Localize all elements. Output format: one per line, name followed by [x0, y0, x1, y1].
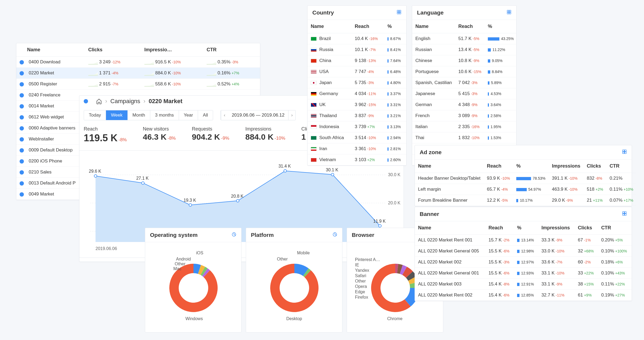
- donut-label: Other: [277, 257, 288, 261]
- table-row[interactable]: 0400 Download 3 249-12% 916.5 K-10% 0.35…: [16, 57, 260, 68]
- flag-icon: [311, 147, 317, 151]
- donut-label: IE: [355, 263, 359, 267]
- table-row[interactable]: Portuguese 10.6 K-15% 8.84%: [412, 66, 517, 77]
- data-point[interactable]: [189, 204, 192, 206]
- status-dot: [84, 99, 88, 103]
- flag-icon: [311, 136, 317, 140]
- svg-rect-10: [509, 10, 511, 12]
- donut-label: Desktop: [286, 316, 302, 321]
- table-row[interactable]: China 9 138-13% 7.64%: [308, 55, 406, 66]
- status-dot: [20, 159, 24, 164]
- data-point[interactable]: [284, 169, 287, 172]
- table-row[interactable]: Germany 4 034-11% 3.37%: [308, 88, 406, 99]
- table-row[interactable]: Forum Breakline Banner 12.2 K-5% 10.17% …: [415, 195, 636, 206]
- data-label: 27.1 K: [136, 176, 149, 180]
- table-row[interactable]: UK 3 962-15% 3.31%: [308, 99, 406, 110]
- pie-icon[interactable]: [332, 232, 337, 238]
- flag-icon: [311, 48, 317, 52]
- data-label: 30.1 K: [326, 168, 338, 172]
- table-row[interactable]: ALL 0220 Market Rent 002 15.4 K-6% 12.85…: [415, 290, 632, 301]
- col: %: [513, 160, 548, 173]
- language-panel: Language Name Reach % English 51.7 K-5% …: [412, 5, 517, 166]
- table-row[interactable]: Russia 10.1 K-7% 8.41%: [308, 44, 406, 55]
- chevron-icon: ›: [144, 98, 145, 105]
- data-point[interactable]: [142, 182, 144, 184]
- svg-rect-14: [625, 150, 626, 151]
- col: Reach: [455, 20, 485, 33]
- next-range-button[interactable]: ›: [288, 110, 295, 120]
- table-row[interactable]: Left margin 65.7 K-4% 54.97% 463.9 K-10%…: [415, 184, 636, 195]
- table-row[interactable]: 0500 Register 2 915-7% 558.6 K-10% 0.52%…: [16, 79, 260, 90]
- pie-icon[interactable]: [232, 232, 236, 238]
- table-row[interactable]: ALL 0220 Market Rent 001 15.7 K-2% 13.14…: [415, 235, 632, 246]
- grid-icon[interactable]: [622, 211, 627, 217]
- data-point[interactable]: [236, 200, 239, 202]
- table-row[interactable]: Spanish, Castilian 7 042-3% 5.89%: [412, 77, 517, 88]
- data-label: 31.4 K: [279, 164, 291, 168]
- table-row[interactable]: Italian 2 335-16% 1.95%: [412, 121, 517, 132]
- table-row[interactable]: Thai 1 832-10% 1.53%: [412, 132, 517, 143]
- table-row[interactable]: Brazil 10.4 K-16% 8.67%: [308, 33, 406, 44]
- data-point[interactable]: [94, 175, 97, 177]
- svg-rect-6: [399, 10, 401, 12]
- panel-title: Platform: [251, 232, 274, 238]
- table-row[interactable]: ALL 0220 Market 002 15.5 K-3% 12.97% 33.…: [415, 257, 632, 268]
- tab-all[interactable]: All: [198, 110, 213, 120]
- status-dot: [20, 60, 24, 64]
- donut-slice[interactable]: [169, 264, 218, 312]
- table-row[interactable]: Japanese 5 415-3% 4.53%: [412, 88, 517, 99]
- donut-label: Pinterest A…: [355, 257, 380, 262]
- data-point[interactable]: [379, 225, 381, 227]
- table-row[interactable]: French 3 089-9% 2.58%: [412, 110, 517, 121]
- grid-icon[interactable]: [622, 149, 627, 155]
- tab-month[interactable]: Month: [128, 110, 150, 120]
- table-row[interactable]: Chinese 10.8 K-9% 9.05%: [412, 55, 517, 66]
- table-row[interactable]: Indonesia 3 739+7% 3.13%: [308, 121, 406, 132]
- table-row[interactable]: Vietnam 3 103+2% 2.60%: [308, 154, 406, 165]
- status-dot: [20, 137, 24, 142]
- donut-label: Windows: [185, 316, 203, 321]
- donut-label: Mac: [173, 266, 181, 271]
- col-clicks: Clicks: [85, 43, 141, 57]
- table-row[interactable]: Thailand 3 837-9% 3.21%: [308, 110, 406, 121]
- tab-today[interactable]: Today: [84, 110, 106, 120]
- table-row[interactable]: USA 7 747-4% 6.48%: [308, 66, 406, 77]
- table-row[interactable]: Header Banner Desktop/Tablet 93.9 K-10% …: [415, 173, 636, 184]
- panel-title: Operating system: [150, 232, 197, 238]
- donut-label: Mobile: [297, 251, 310, 255]
- donut-label: Other: [355, 279, 366, 283]
- grid-icon[interactable]: [397, 9, 401, 16]
- donut-label: Yandex: [355, 268, 369, 273]
- panel-title: Banner: [420, 211, 439, 217]
- data-label: 11.9 K: [373, 219, 386, 223]
- table-row[interactable]: ALL 0220 Market General 001 15.5 K-6% 12…: [415, 268, 632, 279]
- table-row[interactable]: ALL 0220 Market 003 15.4 K-8% 12.91% 33.…: [415, 279, 632, 290]
- svg-rect-13: [623, 150, 624, 151]
- tab-3-months[interactable]: 3 months: [150, 110, 179, 120]
- col: %: [514, 221, 538, 235]
- prev-range-button[interactable]: ‹: [221, 110, 228, 120]
- table-row[interactable]: 0220 Market 1 371-4% 884.0 K-10% 0.16%+7…: [16, 68, 260, 79]
- table-row[interactable]: German 4 348-9% 3.64%: [412, 99, 517, 110]
- table-row[interactable]: Russian 13.4 K-5% 11.22%: [412, 44, 517, 55]
- kpi-requests: Requests904.2 K-9%: [192, 126, 229, 144]
- data-point[interactable]: [331, 173, 334, 176]
- svg-rect-17: [623, 212, 624, 213]
- tab-week[interactable]: Week: [106, 110, 127, 120]
- table-row[interactable]: ALL 0220 Market General 005 15.5 K-6% 12…: [415, 246, 632, 257]
- date-range-picker[interactable]: ‹ 2019.06.06 — 2019.06.12 ›: [221, 110, 296, 120]
- status-dot: [20, 192, 24, 197]
- col: Name: [308, 20, 352, 33]
- kpi-new-visitors: New visitors46.3 K-8%: [143, 126, 176, 144]
- table-row[interactable]: Iran 3 361-10% 2.81%: [308, 143, 406, 154]
- table-row[interactable]: South Africa 3 514-10% 2.94%: [308, 132, 406, 143]
- donut-label: Safari: [355, 273, 366, 278]
- donut-slice[interactable]: [270, 264, 319, 312]
- grid-icon[interactable]: [507, 9, 511, 16]
- breadcrumb-root[interactable]: Campaigns: [110, 98, 140, 105]
- tab-year[interactable]: Year: [179, 110, 198, 120]
- table-row[interactable]: English 51.7 K-5% 43.25%: [412, 33, 517, 44]
- xlabel: 2019.06.06: [96, 246, 117, 251]
- home-icon[interactable]: [96, 98, 102, 104]
- table-row[interactable]: Japan 5 735-3% 4.80%: [308, 77, 406, 88]
